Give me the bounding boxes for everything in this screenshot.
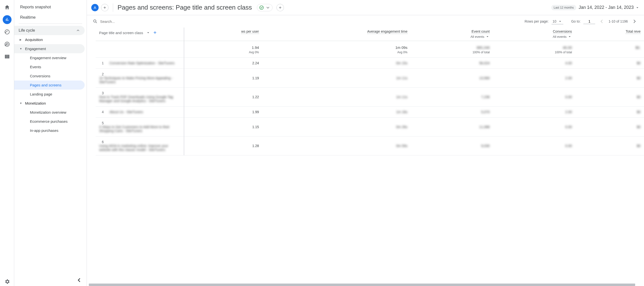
- svg-point-6: [260, 6, 263, 9]
- page-title: Pages and screens: Page title and screen…: [118, 4, 252, 11]
- add-comparison-button[interactable]: [101, 4, 108, 11]
- svg-point-0: [5, 30, 9, 34]
- svg-rect-4: [5, 56, 9, 57]
- rows-per-page-select[interactable]: 10: [552, 19, 563, 24]
- totals-sub-row: Avg 0% Avg 0% 100% of total 100% of tota…: [96, 51, 644, 58]
- check-circle-icon: [259, 5, 264, 10]
- sidebar-sub-events[interactable]: Events: [14, 62, 85, 72]
- table-row[interactable]: 3How to Track PDF Downloads Using Google…: [96, 88, 644, 107]
- status-dropdown[interactable]: [257, 4, 272, 11]
- chevron-down-icon: [266, 5, 270, 10]
- table-row[interactable]: 54 Steps to Get Customers to Add More to…: [96, 118, 644, 137]
- pagination-range: 1-10 of 1196: [608, 20, 628, 23]
- svg-rect-5: [5, 58, 9, 58]
- chevron-down-icon: [635, 6, 640, 10]
- horizontal-scrollbar[interactable]: [89, 283, 635, 286]
- col-event-count[interactable]: Event count All events: [411, 28, 493, 41]
- date-range-picker[interactable]: Jan 14, 2022 - Jan 14, 2023: [579, 5, 640, 10]
- col-avg-engagement[interactable]: Average engagement time: [262, 28, 411, 41]
- chevron-down-icon: [146, 31, 150, 35]
- report-table: Page title and screen class + ws per use…: [96, 28, 644, 155]
- nav-rail: [0, 0, 14, 286]
- totals-row: 1.94 1m 09s 385,246 46.00 $0.: [96, 41, 644, 51]
- table-row[interactable]: 1Conversion Rate Optimization - SiteTune…: [96, 58, 644, 69]
- main: A Pages and screens: Page title and scre…: [87, 0, 644, 286]
- next-page-button[interactable]: [631, 18, 638, 25]
- search-input[interactable]: [100, 20, 149, 24]
- home-icon[interactable]: [3, 3, 12, 12]
- sidebar-sub-engagement-overview[interactable]: Engagement overview: [14, 53, 85, 62]
- table-row[interactable]: 210 Techniques to Make Pricing More Appe…: [96, 69, 644, 88]
- goto-input-wrap[interactable]: [584, 19, 595, 24]
- rows-per-page-label: Rows per page:: [524, 20, 548, 23]
- sidebar: Reports snapshot Realtime Life cycle ▶Ac…: [14, 0, 87, 286]
- explore-icon[interactable]: [3, 28, 12, 36]
- sidebar-sub-landing[interactable]: Landing page: [14, 90, 85, 99]
- sidebar-sub-pages-screens[interactable]: Pages and screens: [14, 81, 85, 90]
- sidebar-item-engagement[interactable]: ▼Engagement: [14, 44, 85, 53]
- dimension-picker[interactable]: Page title and screen class: [99, 31, 143, 35]
- configure-icon[interactable]: [3, 52, 12, 61]
- col-conversions[interactable]: Conversions All events: [493, 28, 575, 41]
- search-icon: [93, 19, 98, 24]
- chevron-down-icon: [558, 19, 562, 24]
- sidebar-sub-inapp[interactable]: In-app purchases: [14, 126, 85, 135]
- sidebar-item-monetization[interactable]: ▼Monetization: [14, 99, 85, 108]
- sidebar-realtime[interactable]: Realtime: [14, 12, 86, 23]
- goto-label: Go to:: [571, 20, 580, 23]
- search-field[interactable]: [93, 19, 522, 24]
- col-views-per-user[interactable]: ws per user: [184, 28, 262, 41]
- prev-page-button[interactable]: [598, 18, 606, 25]
- reports-icon[interactable]: [3, 15, 12, 24]
- table-row[interactable]: 6Using AIDA in marketing online: Improve…: [96, 137, 644, 155]
- chevron-up-icon: [76, 28, 80, 33]
- add-dimension-button[interactable]: +: [153, 30, 156, 36]
- collapse-sidebar-button[interactable]: [76, 277, 82, 283]
- add-filter-button[interactable]: [276, 4, 284, 11]
- sidebar-sub-ecommerce[interactable]: Ecommerce purchases: [14, 117, 85, 126]
- svg-point-1: [5, 42, 9, 46]
- sidebar-group-lifecycle[interactable]: Life cycle: [14, 26, 85, 35]
- sidebar-sub-monetization-overview[interactable]: Monetization overview: [14, 108, 85, 117]
- gear-icon[interactable]: [3, 277, 12, 286]
- date-preset-label: Last 12 months: [551, 5, 576, 10]
- svg-rect-3: [5, 55, 9, 56]
- col-total-revenue[interactable]: Total reve: [575, 28, 644, 41]
- sidebar-sub-conversions[interactable]: Conversions: [14, 72, 85, 81]
- sidebar-item-acquisition[interactable]: ▶Acquisition: [14, 35, 85, 44]
- topbar: A Pages and screens: Page title and scre…: [87, 0, 644, 15]
- sidebar-snapshot[interactable]: Reports snapshot: [14, 2, 86, 12]
- segment-chip[interactable]: A: [91, 4, 98, 11]
- goto-input[interactable]: [584, 19, 594, 23]
- advertising-icon[interactable]: [3, 40, 12, 49]
- table-row[interactable]: 4About Us - SiteTuners1.991m 18s5,0702.0…: [96, 107, 644, 118]
- svg-point-7: [94, 20, 96, 22]
- table-wrap: Page title and screen class + ws per use…: [87, 28, 644, 283]
- table-toolbar: Rows per page: 10 Go to: 1-10 of 1196: [87, 15, 644, 28]
